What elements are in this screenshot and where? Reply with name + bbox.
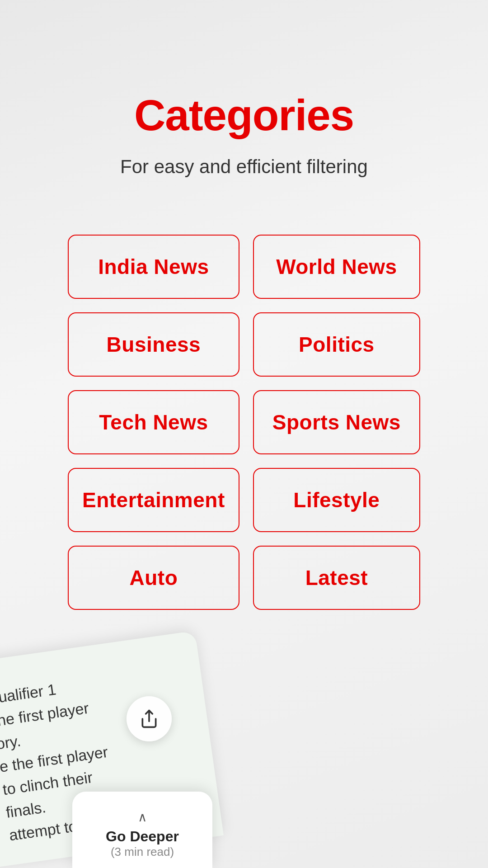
share-button[interactable] <box>127 696 172 741</box>
header-section: Categories For easy and efficient filter… <box>120 90 368 180</box>
go-deeper-time: (3 min read) <box>86 845 199 859</box>
categories-grid: India NewsWorld NewsBusinessPoliticsTech… <box>68 235 420 610</box>
page-container: Categories For easy and efficient filter… <box>0 0 488 610</box>
share-icon <box>139 709 159 729</box>
go-deeper-label: Go Deeper <box>86 828 199 845</box>
category-btn-politics[interactable]: Politics <box>253 312 420 377</box>
category-btn-sports-news[interactable]: Sports News <box>253 390 420 454</box>
category-btn-entertainment[interactable]: Entertainment <box>68 468 239 532</box>
category-btn-business[interactable]: Business <box>68 312 239 377</box>
category-btn-auto[interactable]: Auto <box>68 546 239 610</box>
category-btn-lifestyle[interactable]: Lifestyle <box>253 468 420 532</box>
category-btn-latest[interactable]: Latest <box>253 546 420 610</box>
category-btn-tech-news[interactable]: Tech News <box>68 390 239 454</box>
page-subtitle: For easy and efficient filtering <box>120 154 368 180</box>
category-btn-india-news[interactable]: India News <box>68 235 239 299</box>
chevron-up-icon: ∧ <box>86 810 199 825</box>
go-deeper-card[interactable]: ∧ Go Deeper (3 min read) <box>72 792 212 868</box>
share-btn-area <box>127 696 172 741</box>
category-btn-world-news[interactable]: World News <box>253 235 420 299</box>
page-title: Categories <box>120 90 368 140</box>
